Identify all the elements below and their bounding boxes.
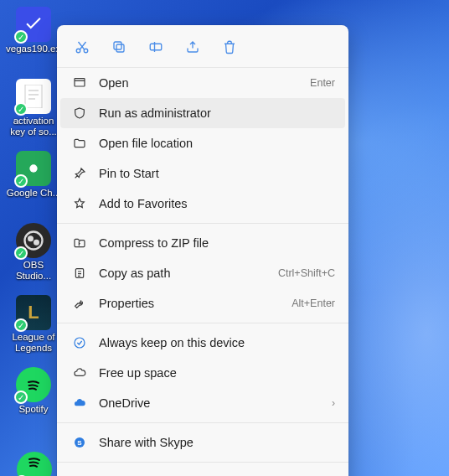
menu-item-accel: Enter	[310, 77, 335, 89]
cloud-icon	[72, 365, 87, 380]
desktop-icon-lol[interactable]: L ✓ League of Legends	[5, 295, 62, 362]
folder-icon	[72, 136, 87, 151]
menu-item-label: Pin to Start	[99, 167, 335, 180]
menu-item-pin-start[interactable]: Pin to Start	[57, 158, 348, 189]
chrome-icon: ✓	[16, 151, 51, 186]
skype-icon: S	[72, 435, 87, 450]
partial-desktop-icon[interactable]: ✓	[17, 444, 52, 476]
rename-icon[interactable]	[147, 39, 164, 55]
lol-icon: L ✓	[16, 295, 51, 330]
chevron-right-icon: ›	[332, 397, 335, 409]
desktop-icon-label: Spotify	[18, 404, 48, 415]
text-file-icon: ✓	[16, 79, 51, 114]
menu-item-label: Run as administrator	[99, 106, 335, 120]
menu-item-accel: Ctrl+Shift+C	[278, 267, 335, 279]
menu-item-properties[interactable]: Properties Alt+Enter	[57, 288, 348, 318]
cloud-check-icon	[72, 335, 87, 350]
menu-item-open[interactable]: Open Enter	[57, 68, 348, 98]
sync-check-icon: ✓	[14, 102, 28, 116]
menu-item-label: Copy as path	[99, 266, 266, 280]
svg-rect-13	[75, 79, 85, 86]
desktop-icon-label: OBS Studio...	[6, 260, 61, 282]
desktop-icon-label: League of Legends	[6, 332, 61, 354]
menu-item-more-options[interactable]: Show more options Shift+F10	[57, 467, 348, 476]
copy-icon[interactable]	[111, 39, 127, 55]
shield-icon	[72, 106, 87, 121]
svg-point-6	[28, 235, 34, 241]
svg-point-8	[76, 49, 80, 53]
menu-separator	[57, 422, 348, 423]
desktop-icon-label: vegas190.ex...	[6, 44, 61, 54]
svg-text:S: S	[77, 439, 82, 447]
desktop-icon-vegas[interactable]: ✓ vegas190.ex...	[5, 7, 62, 74]
menu-separator	[57, 223, 348, 224]
desktop-icon-activation[interactable]: ✓ activation key of so...	[5, 79, 62, 146]
copy-path-icon	[72, 266, 87, 281]
obs-icon: ✓	[16, 223, 51, 258]
sync-check-icon: ✓	[14, 30, 28, 44]
menu-separator	[57, 323, 348, 323]
cut-icon[interactable]	[74, 39, 90, 55]
menu-item-accel: Alt+Enter	[292, 298, 335, 309]
sync-check-icon: ✓	[14, 246, 28, 260]
menu-item-free-space[interactable]: Free up space	[57, 358, 348, 388]
menu-item-label: Properties	[99, 297, 280, 310]
menu-item-run-admin[interactable]: Run as administrator	[60, 98, 345, 128]
svg-point-15	[75, 338, 85, 348]
menu-item-share-skype[interactable]: S Share with Skype	[57, 427, 348, 458]
svg-point-7	[34, 240, 39, 246]
desktop-icon-label: Google Ch...	[7, 188, 61, 199]
desktop-icon-label: activation key of so...	[6, 116, 61, 137]
menu-item-label: Share with Skype	[99, 436, 335, 449]
svg-point-9	[84, 49, 88, 53]
menu-item-label: Compress to ZIP file	[99, 236, 335, 250]
svg-rect-11	[114, 42, 121, 49]
zip-icon	[72, 235, 87, 251]
desktop-icon-obs[interactable]: ✓ OBS Studio...	[5, 223, 62, 290]
menu-item-label: Always keep on this device	[99, 336, 335, 349]
menu-item-compress-zip[interactable]: Compress to ZIP file	[57, 228, 348, 258]
menu-item-copy-path[interactable]: Copy as path Ctrl+Shift+C	[57, 258, 348, 288]
svg-rect-0	[25, 85, 42, 108]
menu-item-label: Open file location	[99, 137, 335, 150]
sync-check-icon: ✓	[14, 391, 28, 404]
menu-item-label: Open	[99, 76, 298, 90]
open-icon	[72, 75, 87, 91]
spotify-icon: ✓	[16, 367, 51, 402]
desktop-icon-chrome[interactable]: ✓ Google Ch...	[5, 151, 62, 218]
desktop-icon-spotify[interactable]: ✓ Spotify	[5, 367, 62, 434]
menu-item-always-keep[interactable]: Always keep on this device	[57, 328, 348, 358]
share-icon[interactable]	[184, 39, 201, 55]
svg-point-4	[29, 164, 37, 172]
menu-item-label: OneDrive	[99, 396, 320, 410]
pin-icon	[72, 166, 87, 181]
menu-separator	[57, 462, 348, 463]
delete-icon[interactable]	[221, 39, 238, 55]
star-icon	[72, 196, 87, 211]
menu-item-open-location[interactable]: Open file location	[57, 128, 348, 158]
svg-rect-12	[150, 44, 162, 50]
app-icon: ✓	[16, 7, 51, 42]
svg-point-5	[25, 232, 43, 250]
menu-item-label: Free up space	[99, 366, 335, 380]
context-menu: Open Enter Run as administrator Open fil…	[57, 25, 348, 476]
quick-actions-row	[57, 28, 348, 68]
sync-check-icon: ✓	[14, 174, 28, 188]
svg-rect-10	[116, 44, 124, 52]
onedrive-icon	[72, 396, 87, 411]
menu-item-onedrive[interactable]: OneDrive ›	[57, 388, 348, 418]
sync-check-icon: ✓	[14, 318, 28, 332]
wrench-icon	[72, 296, 87, 311]
menu-item-label: Add to Favorites	[99, 197, 335, 210]
menu-item-add-favorites[interactable]: Add to Favorites	[57, 189, 348, 219]
